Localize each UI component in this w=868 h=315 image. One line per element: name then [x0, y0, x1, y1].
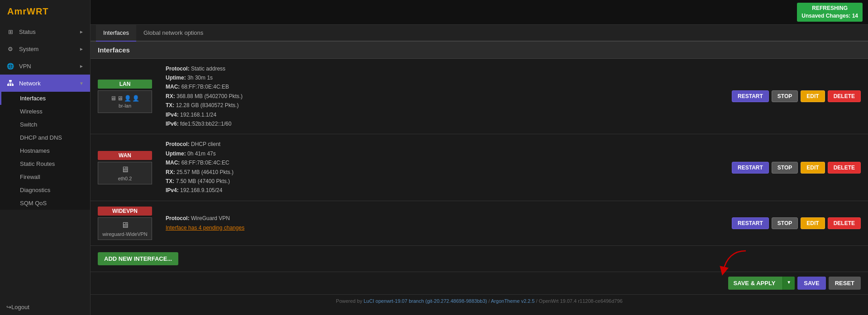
widevpn-pending-link[interactable]: Interface has 4 pending changes [166, 225, 244, 231]
cpu-icon: ⚙ [6, 45, 14, 53]
tabs-bar: Interfaces Global network options [91, 25, 868, 42]
wan-tx-label: TX: [166, 178, 174, 184]
iface-label-widevpn: WIDEVPN [98, 207, 152, 216]
lan-device-name: br-lan [119, 103, 131, 108]
sidebar-item-diagnostics[interactable]: Diagnostics [0, 183, 90, 197]
app-logo: AmrWRT [0, 0, 90, 23]
tab-global-network[interactable]: Global network options [136, 25, 210, 42]
sidebar-item-system[interactable]: ⚙ System ► [0, 40, 90, 57]
wan-uptime-label: Uptime: [166, 150, 186, 157]
lan-ipv4-label: IPv4: [166, 112, 179, 118]
widevpn-protocol-label: Protocol: [166, 215, 190, 221]
chevron-right-icon: ► [79, 47, 84, 52]
lan-ipv6-label: IPv6: [166, 121, 179, 127]
logout-icon: ↪ [6, 304, 11, 310]
wan-mac-value: 68:FF:7B:0E:4C:EC [181, 160, 229, 166]
interface-row-widevpn: WIDEVPN 🖥 wireguard-WideVPN Protocol: Wi… [91, 201, 868, 246]
luci-link[interactable]: LuCI openwrt-19.07 branch (git-20.272.48… [363, 298, 487, 304]
page-footer: Powered by LuCI openwrt-19.07 branch (gi… [91, 294, 868, 307]
iface-card-widevpn: WIDEVPN 🖥 wireguard-WideVPN [98, 207, 152, 240]
lan-icon-2: 🖥 [117, 95, 123, 102]
sidebar-item-label: Status [19, 28, 36, 35]
lan-protocol-value: Static address [191, 66, 225, 72]
iface-label-lan: LAN [98, 80, 152, 89]
lan-icon-3: 👤 [124, 95, 131, 102]
save-apply-button[interactable]: SAVE & APPLY ▼ [728, 277, 795, 290]
iface-info-wan: Protocol: DHCP client Uptime: 0h 41m 47s… [166, 140, 723, 195]
reset-button[interactable]: RESET [829, 277, 861, 290]
wan-edit-button[interactable]: EDIT [801, 162, 825, 174]
iface-info-widevpn: Protocol: WireGuard VPN Interface has 4 … [166, 214, 723, 232]
sidebar-item-interfaces[interactable]: Interfaces [0, 92, 90, 105]
save-apply-dropdown-arrow[interactable]: ▼ [782, 277, 795, 290]
wan-delete-button[interactable]: DELETE [828, 162, 861, 174]
wan-rx-label: RX: [166, 169, 175, 175]
sidebar-item-vpn[interactable]: 🌐 VPN ► [0, 57, 90, 75]
lan-delete-button[interactable]: DELETE [828, 90, 861, 102]
chevron-right-icon: ► [79, 29, 84, 34]
iface-icon-box-widevpn: 🖥 wireguard-WideVPN [98, 217, 152, 240]
wan-stop-button[interactable]: STOP [772, 162, 798, 174]
iface-icon-box-wan: 🖥 eth0.2 [98, 162, 152, 184]
wan-protocol-label: Protocol: [166, 141, 190, 147]
sidebar-item-status[interactable]: ⊞ Status ► [0, 23, 90, 40]
refresh-status-badge: REFRESHING Unsaved Changes: 14 [797, 3, 863, 22]
wan-rx-value: 25.57 MB (46410 Pkts.) [176, 169, 234, 175]
lan-tx-label: TX: [166, 102, 174, 108]
iface-icon-box-lan: 🖥 🖥 👤 👤 br-lan [98, 90, 152, 113]
logout-label: Logout [11, 304, 29, 310]
add-interface-button[interactable]: ADD NEW INTERFACE... [98, 252, 178, 265]
network-icon [6, 79, 14, 87]
wan-uptime-value: 0h 41m 47s [187, 150, 216, 157]
sidebar-item-hostnames[interactable]: Hostnames [0, 144, 90, 157]
save-apply-label: SAVE & APPLY [728, 277, 781, 290]
sidebar: AmrWRT ⊞ Status ► ⚙ System ► 🌐 VPN ► [0, 0, 91, 315]
wan-ipv4-label: IPv4: [166, 187, 179, 193]
lan-restart-button[interactable]: RESTART [732, 90, 769, 102]
refreshing-label: REFRESHING [801, 5, 858, 12]
widevpn-delete-button[interactable]: DELETE [828, 217, 861, 229]
lan-mac-value: 68:FF:7B:0E:4C:EB [181, 84, 229, 90]
wan-ipv4-value: 192.168.9.105/24 [180, 187, 222, 193]
lan-ipv6-value: fde1:52b3:bb22::1/60 [180, 121, 231, 127]
wan-restart-button[interactable]: RESTART [732, 162, 769, 174]
widevpn-device-name: wireguard-WideVPN [102, 231, 148, 237]
sidebar-item-wireless[interactable]: Wireless [0, 105, 90, 118]
logout-button[interactable]: ↪ Logout [0, 299, 90, 315]
iface-label-wan: WAN [98, 151, 152, 160]
wan-icon-1: 🖥 [121, 165, 129, 174]
widevpn-edit-button[interactable]: EDIT [801, 217, 825, 229]
svg-rect-1 [7, 84, 9, 86]
sidebar-item-sqm-qos[interactable]: SQM QoS [0, 197, 90, 210]
sidebar-item-static-routes[interactable]: Static Routes [0, 157, 90, 170]
wan-tx-value: 7.50 MB (47400 Pkts.) [176, 178, 230, 184]
argon-link[interactable]: ArgonTheme v2.2.5 [491, 298, 535, 304]
iface-info-lan: Protocol: Static address Uptime: 3h 30m … [166, 64, 723, 129]
logo-text: AmrWRT [7, 6, 49, 16]
lan-mac-label: MAC: [166, 84, 180, 90]
sidebar-item-label: Network [19, 80, 41, 87]
lan-edit-button[interactable]: EDIT [801, 90, 825, 102]
chevron-down-icon: ▼ [79, 81, 84, 86]
sidebar-item-network[interactable]: Network ▼ [0, 75, 90, 92]
iface-actions-lan: RESTART STOP EDIT DELETE [732, 90, 861, 102]
sidebar-item-switch[interactable]: Switch [0, 118, 90, 131]
svg-rect-2 [10, 84, 11, 86]
widevpn-restart-button[interactable]: RESTART [732, 217, 769, 229]
wan-mac-label: MAC: [166, 160, 180, 166]
lan-ipv4-value: 192.168.1.1/24 [180, 112, 216, 118]
tab-interfaces[interactable]: Interfaces [96, 25, 136, 42]
sidebar-item-dhcp-dns[interactable]: DHCP and DNS [0, 131, 90, 144]
widevpn-stop-button[interactable]: STOP [772, 217, 798, 229]
save-button[interactable]: SAVE [797, 277, 825, 290]
lan-rx-label: RX: [166, 93, 175, 99]
main-content: REFRESHING Unsaved Changes: 14 Interface… [91, 0, 868, 315]
lan-stop-button[interactable]: STOP [772, 90, 798, 102]
lan-uptime-label: Uptime: [166, 75, 186, 81]
lan-rx-value: 368.88 MB (5402700 Pkts.) [176, 93, 243, 99]
lan-icon-1: 🖥 [110, 95, 116, 102]
wan-icons-row: 🖥 [121, 165, 129, 174]
sidebar-item-firewall[interactable]: Firewall [0, 170, 90, 183]
lan-protocol-label: Protocol: [166, 66, 190, 72]
unsaved-changes-label: Unsaved Changes: 14 [801, 12, 858, 20]
